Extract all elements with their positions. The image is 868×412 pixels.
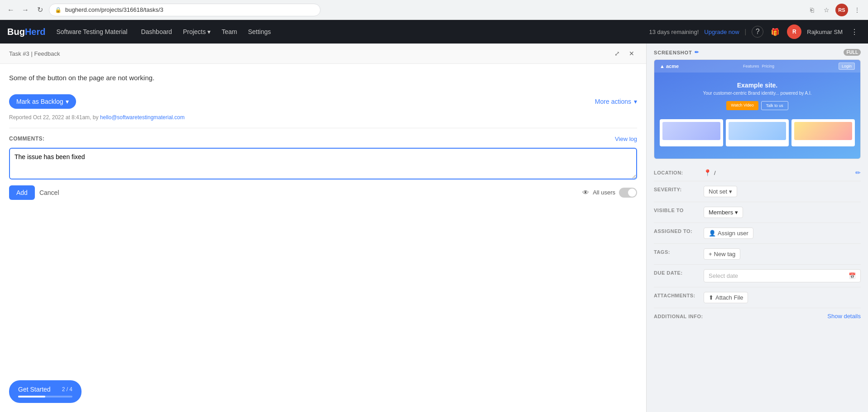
due-date-value: Select date 📅 <box>704 269 861 282</box>
upgrade-link[interactable]: Upgrade now <box>704 29 739 35</box>
ss-talk-btn: Talk to us <box>761 101 788 110</box>
location-pin-icon: 📍 <box>704 169 711 176</box>
severity-value: Not set ▾ <box>704 186 861 197</box>
screenshot-label: SCREENSHOT ✏ <box>654 49 699 55</box>
nav-username: Rajkumar SM <box>807 29 843 35</box>
visible-to-row: VISIBLE TO Members ▾ <box>654 202 861 223</box>
additional-info-value: Show details <box>704 313 861 320</box>
url-text: bugherd.com/projects/316618/tasks/3 <box>65 6 163 13</box>
expand-icon[interactable]: ⤢ <box>612 48 623 59</box>
nav-menu-icon[interactable]: ⋮ <box>848 25 861 38</box>
ss-hero-subtitle: Your customer-centric Brand identity... … <box>662 91 853 96</box>
get-started-button[interactable]: Get Started 2 / 4 <box>9 380 82 403</box>
severity-dropdown-icon: ▾ <box>729 188 732 195</box>
task-panel-header: Task #3 | Feedback ⤢ ✕ <box>0 44 646 64</box>
browser-bar: ← → ↻ 🔒 bugherd.com/projects/316618/task… <box>0 0 868 20</box>
severity-select[interactable]: Not set ▾ <box>704 186 737 197</box>
get-started-label: Get Started <box>18 386 51 393</box>
ss-cards <box>654 119 860 146</box>
back-button[interactable]: ← <box>5 5 16 15</box>
severity-row: SEVERITY: Not set ▾ <box>654 181 861 202</box>
visibility-switch[interactable] <box>619 188 637 198</box>
new-tag-plus-icon: + <box>709 251 712 257</box>
lock-icon: 🔒 <box>55 7 62 13</box>
ss-card-2 <box>726 119 789 146</box>
ss-watch-btn: Watch Video <box>726 101 758 110</box>
nav-team[interactable]: Team <box>217 25 241 38</box>
attach-icon: ⬆ <box>709 294 714 301</box>
screenshot-external-icon[interactable]: ✏ <box>695 49 699 55</box>
date-input[interactable]: Select date 📅 <box>704 269 861 282</box>
get-started-count: 2 / 4 <box>62 386 72 393</box>
backlog-dropdown-icon: ▾ <box>66 98 69 105</box>
tags-label: TAGS: <box>654 248 704 255</box>
details-section: LOCATION: 📍 / ✏ SEVERITY: Not set ▾ <box>647 159 868 330</box>
screenshot-header: SCREENSHOT ✏ FULL <box>654 49 861 56</box>
mark-as-backlog-button[interactable]: Mark as Backlog ▾ <box>9 94 76 109</box>
share-icon[interactable]: ⎗ <box>806 5 817 15</box>
reporter-email[interactable]: hello@softwaretestingmaterial.com <box>100 114 185 121</box>
close-icon[interactable]: ✕ <box>626 48 637 59</box>
app-logo[interactable]: BugHerd <box>7 27 45 37</box>
ss-logo: ▲ acme <box>660 63 679 69</box>
ss-btns: Watch Video Talk to us <box>662 101 853 110</box>
toggle-knob <box>628 189 636 197</box>
nav-dashboard[interactable]: Dashboard <box>136 25 177 38</box>
ss-hero-title: Example site. <box>662 82 853 89</box>
tags-value: + New tag <box>704 248 861 260</box>
get-started-top: Get Started 2 / 4 <box>18 386 72 393</box>
location-edit-icon[interactable]: ✏ <box>855 169 861 176</box>
task-breadcrumb: Task #3 | Feedback <box>9 50 60 57</box>
projects-dropdown-icon: ▾ <box>207 28 211 35</box>
address-bar[interactable]: 🔒 bugherd.com/projects/316618/tasks/3 <box>49 4 321 16</box>
ss-nav: ▲ acme Features Pricing Login <box>654 60 860 73</box>
visibility-toggle: 👁 All users <box>582 188 637 198</box>
attachments-row: ATTACHMENTS: ⬆ Attach File <box>654 287 861 308</box>
show-details-link[interactable]: Show details <box>827 313 861 320</box>
new-tag-button[interactable]: + New tag <box>704 248 740 260</box>
main-content: Task #3 | Feedback ⤢ ✕ Some of the butto… <box>0 44 868 412</box>
full-badge: FULL <box>844 49 861 56</box>
project-name[interactable]: Software Testing Material <box>56 28 127 35</box>
browser-user-avatar[interactable]: RS <box>835 4 848 16</box>
progress-bar-bg <box>18 396 72 397</box>
visible-dropdown-icon: ▾ <box>735 209 738 216</box>
more-actions-button[interactable]: More actions ▾ <box>595 98 637 105</box>
additional-info-row: ADDITIONAL INFO: Show details <box>654 308 861 324</box>
cancel-comment-button[interactable]: Cancel <box>39 189 59 196</box>
app-navbar: BugHerd Software Testing Material Dashbo… <box>0 20 868 44</box>
assign-user-button[interactable]: 👤 Assign user <box>704 228 753 239</box>
location-label: LOCATION: <box>654 169 704 175</box>
comment-actions: Add Cancel 👁 All users <box>9 185 637 200</box>
view-log-link[interactable]: View log <box>615 136 637 142</box>
attachments-label: ATTACHMENTS: <box>654 292 704 298</box>
location-row: LOCATION: 📍 / ✏ <box>654 165 861 181</box>
ss-nav-links: Features Pricing <box>743 64 774 68</box>
assigned-to-row: ASSIGNED TO: 👤 Assign user <box>654 223 861 244</box>
ss-card-img-2 <box>729 122 786 140</box>
nav-projects[interactable]: Projects ▾ <box>178 25 216 38</box>
tags-row: TAGS: + New tag <box>654 244 861 265</box>
browser-menu-icon[interactable]: ⋮ <box>852 5 863 15</box>
screenshot-thumbnail[interactable]: ▲ acme Features Pricing Login Example si… <box>654 59 861 159</box>
eye-icon: 👁 <box>582 189 589 196</box>
forward-button[interactable]: → <box>20 5 31 15</box>
visible-to-select[interactable]: Members ▾ <box>704 207 743 218</box>
task-actions-row: Mark as Backlog ▾ More actions ▾ <box>9 94 637 109</box>
attach-file-button[interactable]: ⬆ Attach File <box>704 292 748 303</box>
calendar-icon: 📅 <box>849 272 856 279</box>
gift-icon[interactable]: 🎁 <box>769 25 782 38</box>
ss-card-img-3 <box>794 122 852 140</box>
star-icon[interactable]: ☆ <box>821 5 832 15</box>
add-comment-button[interactable]: Add <box>9 185 35 200</box>
user-avatar[interactable]: R <box>787 24 801 39</box>
browser-icons: ⎗ ☆ RS ⋮ <box>806 4 863 16</box>
more-actions-dropdown-icon: ▾ <box>634 98 637 105</box>
nav-settings[interactable]: Settings <box>244 25 276 38</box>
comments-label: COMMENTS: <box>9 136 45 142</box>
attachments-value: ⬆ Attach File <box>704 292 861 303</box>
refresh-button[interactable]: ↻ <box>34 5 45 15</box>
help-icon[interactable]: ? <box>752 26 763 38</box>
visible-to-label: VISIBLE TO <box>654 207 704 213</box>
comment-input[interactable]: The issue has been fixed <box>9 148 637 179</box>
